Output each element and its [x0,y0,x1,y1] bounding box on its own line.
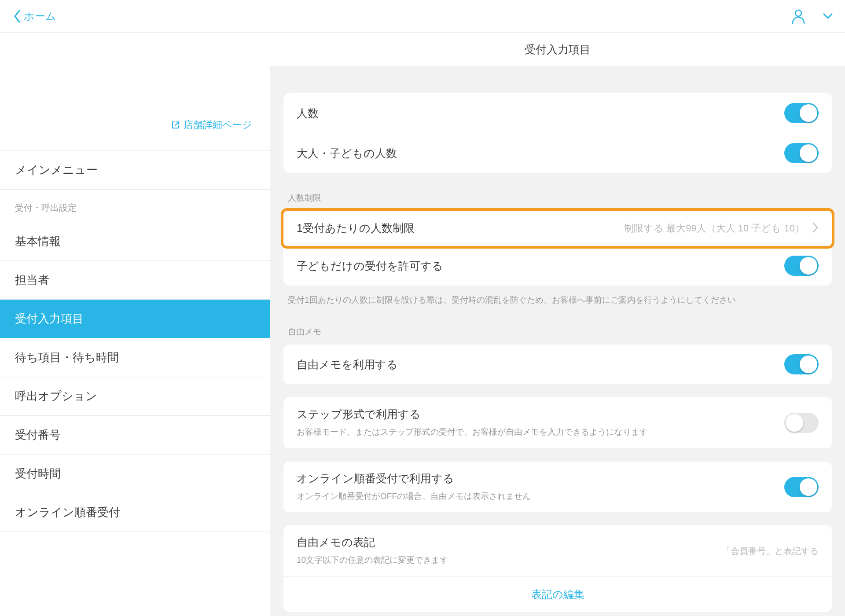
row-value: 「会員番号」と表記する [722,545,819,557]
row-use-free-memo[interactable]: 自由メモを利用する [283,345,832,384]
group-limit-wrapper: 1受付あたりの人数制限 制限する 最大99人（大人 10 子ども 10） 子ども… [283,211,832,286]
row-limit-per-reception[interactable]: 1受付あたりの人数制限 制限する 最大99人（大人 10 子ども 10） [283,211,832,246]
group-step: ステップ形式で利用する お客様モード、またはステップ形式の受付で、お客様が自由メ… [283,397,832,448]
sidebar-item-main-menu[interactable]: メインメニュー [0,151,270,190]
row-title: 1受付あたりの人数制限 [297,221,415,235]
edit-label-link: 表記の編集 [531,587,584,601]
back-label: ホーム [24,9,56,23]
store-details-link[interactable]: 店舗詳細ページ [171,118,252,132]
row-title: 人数 [297,106,319,121]
user-icon[interactable] [791,9,805,24]
sidebar-item-reception-number[interactable]: 受付番号 [0,416,270,455]
row-title: 自由メモを利用する [297,357,398,372]
external-link-icon [171,121,180,129]
footnote-limit: 受付1回あたりの人数に制限を設ける際は、受付時の混乱を防ぐため、お客様へ事前にご… [283,286,832,307]
group-people: 人数 大人・子どもの人数 [283,93,832,173]
row-title: 大人・子どもの人数 [297,146,397,161]
row-title: 自由メモの表記 [297,535,722,550]
group-label-limit: 人数制限 [283,173,832,211]
row-subtitle: オンライン順番受付がOFFの場合、自由メモは表示されません [297,490,784,503]
row-subtitle: お客様モード、またはステップ形式の受付で、お客様が自由メモを入力できるようになり… [297,426,784,439]
store-area: 店舗詳細ページ [0,33,270,151]
store-details-label: 店舗詳細ページ [184,118,252,132]
group-online: オンライン順番受付で利用する オンライン順番受付がOFFの場合、自由メモは表示さ… [283,462,832,513]
row-title: オンライン順番受付で利用する [297,471,784,486]
sidebar-item-wait-items[interactable]: 待ち項目・待ち時間 [0,338,270,377]
toggle-adult-child-count[interactable] [784,143,819,163]
row-online-queue-memo[interactable]: オンライン順番受付で利用する オンライン順番受付がOFFの場合、自由メモは表示さ… [283,462,832,513]
row-step-format[interactable]: ステップ形式で利用する お客様モード、またはステップ形式の受付で、お客様が自由メ… [283,397,832,448]
svg-point-0 [795,10,801,16]
row-adult-child-count[interactable]: 大人・子どもの人数 [283,133,832,173]
row-people-count[interactable]: 人数 [283,93,832,133]
sidebar-item-staff[interactable]: 担当者 [0,261,270,300]
row-title: 子どもだけの受付を許可する [297,259,443,273]
toggle-people-count[interactable] [784,103,819,123]
group-label-memo: 自由メモ [283,307,832,345]
sidebar-item-reception-input[interactable]: 受付入力項目 [0,300,270,338]
chevron-right-icon [812,222,819,235]
chevron-left-icon [13,10,21,23]
chevron-down-icon[interactable] [823,13,833,19]
row-title: ステップ形式で利用する [297,407,784,422]
sidebar-item-call-options[interactable]: 呼出オプション [0,377,270,416]
sidebar-item-reception-time[interactable]: 受付時間 [0,455,270,493]
row-subtitle: 10文字以下の任意の表記に変更できます [297,554,722,567]
row-edit-label[interactable]: 表記の編集 [283,577,832,612]
toggle-online-queue-memo[interactable] [784,477,819,497]
row-allow-children-only[interactable]: 子どもだけの受付を許可する [283,246,832,286]
row-value: 制限する 最大99人（大人 10 子ども 10） [624,222,805,235]
toggle-use-free-memo[interactable] [784,354,819,374]
group-memo: 自由メモを利用する [283,345,832,384]
content-area: 受付入力項目 人数 大人・子どもの人数 人数制限 1受付あたりの人数制限 [270,33,845,616]
top-header: ホーム [0,0,845,33]
content-title: 受付入力項目 [270,33,845,67]
toggle-allow-children-only[interactable] [784,256,819,276]
group-memo-label: 自由メモの表記 10文字以下の任意の表記に変更できます 「会員番号」と表記する … [283,525,832,612]
group-limit: 1受付あたりの人数制限 制限する 最大99人（大人 10 子ども 10） 子ども… [283,211,832,286]
sidebar: 店舗詳細ページ メインメニュー 受付・呼出設定 基本情報 担当者 受付入力項目 … [0,33,270,616]
row-memo-label: 自由メモの表記 10文字以下の任意の表記に変更できます 「会員番号」と表記する [283,525,832,577]
back-button[interactable]: ホーム [13,9,56,23]
toggle-step-format[interactable] [784,413,819,433]
sidebar-section-label: 受付・呼出設定 [0,190,270,222]
sidebar-item-basic-info[interactable]: 基本情報 [0,222,270,261]
sidebar-item-online-queue[interactable]: オンライン順番受付 [0,493,270,532]
